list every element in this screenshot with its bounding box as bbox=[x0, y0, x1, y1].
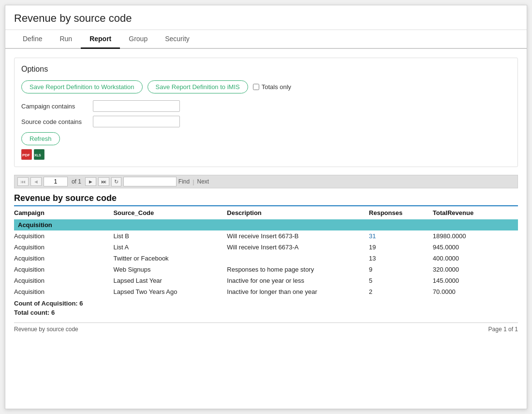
report-table: Campaign Source_Code Description Respons… bbox=[14, 206, 518, 319]
cell-desc-0: Will receive Insert 6673-B bbox=[227, 230, 369, 242]
find-button[interactable]: Find bbox=[178, 178, 190, 185]
cell-rev-5: 70.0000 bbox=[433, 286, 518, 297]
campaign-input[interactable] bbox=[93, 100, 180, 112]
totals-only-row: Totals only bbox=[253, 83, 291, 91]
cell-desc-3: Responses to home page story bbox=[227, 264, 369, 275]
first-page-button[interactable]: ⏮ bbox=[17, 177, 29, 186]
group-header-row: Acquisition bbox=[14, 219, 518, 230]
report-area: Revenue by source code Campaign Source_C… bbox=[14, 193, 518, 337]
table-row: Acquisition Twitter or Facebook 13 400.0… bbox=[14, 253, 518, 264]
group-header-cell: Acquisition bbox=[14, 219, 518, 230]
page-title: Revenue by source code bbox=[5, 5, 527, 30]
col-campaign: Campaign bbox=[14, 206, 113, 219]
report-toolbar: ⏮ ◄ of 1 ► ⏭ ↻ Find | Next bbox=[14, 175, 518, 188]
report-title: Revenue by source code bbox=[14, 193, 518, 203]
responses-link-0[interactable]: 31 bbox=[369, 232, 376, 240]
cell-campaign-5: Acquisition bbox=[14, 286, 113, 297]
table-row: Acquisition List B Will receive Insert 6… bbox=[14, 230, 518, 242]
count-cell: Count of Acquisition: 6 bbox=[14, 297, 518, 308]
cell-desc-5: Inactive for longer than one year bbox=[227, 286, 369, 297]
options-title: Options bbox=[21, 65, 511, 74]
refresh-toolbar-button[interactable]: ↻ bbox=[111, 177, 121, 186]
cell-campaign-0: Acquisition bbox=[14, 230, 113, 242]
options-buttons-row: Save Report Definition to Workstation Sa… bbox=[21, 80, 511, 93]
tab-group[interactable]: Group bbox=[120, 30, 156, 49]
page-number-input[interactable] bbox=[44, 177, 68, 186]
cell-resp-4: 5 bbox=[369, 275, 433, 286]
tab-security[interactable]: Security bbox=[156, 30, 198, 49]
export-icons: PDF XLS bbox=[21, 149, 511, 160]
cell-desc-1: Will receive Insert 6673-A bbox=[227, 242, 369, 253]
cell-rev-4: 145.0000 bbox=[433, 275, 518, 286]
campaign-label: Campaign contains bbox=[21, 103, 89, 110]
content-area: Options Save Report Definition to Workst… bbox=[5, 49, 527, 346]
cell-campaign-1: Acquisition bbox=[14, 242, 113, 253]
cell-rev-3: 320.0000 bbox=[433, 264, 518, 275]
refresh-row: Refresh bbox=[21, 132, 511, 145]
cell-desc-4: Inactive for one year or less bbox=[227, 275, 369, 286]
cell-rev-2: 400.0000 bbox=[433, 253, 518, 264]
cell-source-3: Web Signups bbox=[113, 264, 227, 275]
totals-only-label: Totals only bbox=[262, 83, 291, 91]
cell-resp-0[interactable]: 31 bbox=[369, 230, 433, 242]
table-header-row: Campaign Source_Code Description Respons… bbox=[14, 206, 518, 219]
footer-right: Page 1 of 1 bbox=[488, 326, 518, 333]
cell-campaign-4: Acquisition bbox=[14, 275, 113, 286]
table-row: Acquisition Lapsed Last Year Inactive fo… bbox=[14, 275, 518, 286]
tab-bar: Define Run Report Group Security bbox=[5, 30, 527, 49]
cell-source-5: Lapsed Two Years Ago bbox=[113, 286, 227, 297]
cell-source-0: List B bbox=[113, 230, 227, 242]
svg-text:PDF: PDF bbox=[22, 153, 30, 157]
cell-rev-1: 945.0000 bbox=[433, 242, 518, 253]
cell-campaign-3: Acquisition bbox=[14, 264, 113, 275]
count-row: Count of Acquisition: 6 bbox=[14, 297, 518, 308]
cell-resp-2: 13 bbox=[369, 253, 433, 264]
total-count-row: Total count: 6 bbox=[14, 308, 518, 319]
table-row: Acquisition Web Signups Responses to hom… bbox=[14, 264, 518, 275]
find-input[interactable] bbox=[123, 177, 177, 186]
cell-resp-3: 9 bbox=[369, 264, 433, 275]
campaign-row: Campaign contains bbox=[21, 100, 511, 112]
main-window: Revenue by source code Define Run Report… bbox=[5, 5, 527, 409]
cell-resp-5: 2 bbox=[369, 286, 433, 297]
cell-desc-2 bbox=[227, 253, 369, 264]
table-row: Acquisition List A Will receive Insert 6… bbox=[14, 242, 518, 253]
refresh-button[interactable]: Refresh bbox=[21, 132, 60, 145]
xls-export-icon[interactable]: XLS bbox=[34, 149, 44, 160]
footer-left: Revenue by source code bbox=[14, 326, 78, 333]
table-row: Acquisition Lapsed Two Years Ago Inactiv… bbox=[14, 286, 518, 297]
save-imis-button[interactable]: Save Report Definition to iMIS bbox=[148, 80, 248, 93]
tab-run[interactable]: Run bbox=[51, 30, 81, 49]
col-responses: Responses bbox=[369, 206, 433, 219]
pdf-export-icon[interactable]: PDF bbox=[21, 149, 32, 160]
next-find-button[interactable]: Next bbox=[197, 178, 209, 185]
tab-define[interactable]: Define bbox=[14, 30, 51, 49]
prev-page-button[interactable]: ◄ bbox=[30, 177, 42, 186]
col-total-revenue: TotalRevenue bbox=[433, 206, 518, 219]
options-section: Options Save Report Definition to Workst… bbox=[14, 58, 518, 167]
cell-rev-0: 18980.0000 bbox=[433, 230, 518, 242]
cell-source-1: List A bbox=[113, 242, 227, 253]
find-separator: | bbox=[192, 178, 194, 185]
next-page-button[interactable]: ► bbox=[85, 177, 96, 186]
save-workstation-button[interactable]: Save Report Definition to Workstation bbox=[21, 80, 143, 93]
report-footer: Revenue by source code Page 1 of 1 bbox=[14, 322, 518, 333]
source-code-row: Source code contains bbox=[21, 116, 511, 127]
of-pages-label: of 1 bbox=[72, 178, 81, 185]
cell-resp-1: 19 bbox=[369, 242, 433, 253]
totals-only-checkbox[interactable] bbox=[253, 84, 259, 90]
source-code-input[interactable] bbox=[93, 116, 180, 127]
source-code-label: Source code contains bbox=[21, 118, 89, 125]
col-source-code: Source_Code bbox=[113, 206, 227, 219]
col-description: Description bbox=[227, 206, 369, 219]
tab-report[interactable]: Report bbox=[81, 30, 120, 49]
cell-campaign-2: Acquisition bbox=[14, 253, 113, 264]
cell-source-2: Twitter or Facebook bbox=[113, 253, 227, 264]
svg-text:XLS: XLS bbox=[34, 153, 41, 157]
last-page-button[interactable]: ⏭ bbox=[98, 177, 109, 186]
total-count-cell: Total count: 6 bbox=[14, 308, 518, 319]
cell-source-4: Lapsed Last Year bbox=[113, 275, 227, 286]
